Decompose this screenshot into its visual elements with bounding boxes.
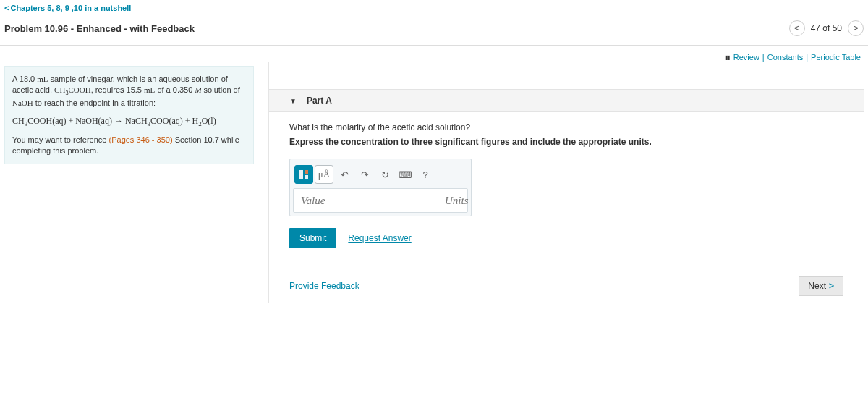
review-link[interactable]: Review (733, 53, 760, 62)
templates-button[interactable] (294, 165, 313, 184)
template-icon (298, 169, 310, 180)
keyboard-button[interactable]: ⌨ (396, 165, 414, 184)
prev-problem-button[interactable]: < (789, 20, 805, 36)
svg-rect-1 (305, 170, 308, 174)
flag-icon: ▮▮ (725, 54, 729, 61)
help-button[interactable]: ? (416, 165, 435, 184)
pager: < 47 of 50 > (789, 20, 864, 36)
svg-rect-0 (299, 170, 303, 179)
review-links: ▮▮ Review | Constants | Periodic Table (725, 53, 861, 62)
chemical-equation: CH3COOH(aq) + NaOH(aq) → NaCH3COO(aq) + … (12, 115, 246, 129)
caret-down-icon: ▼ (289, 97, 297, 105)
request-answer-link[interactable]: Request Answer (348, 233, 411, 243)
next-button[interactable]: Next > (799, 276, 843, 296)
units-input[interactable] (438, 189, 582, 212)
reference-pages-link[interactable]: (Pages 346 - 350) (109, 135, 173, 144)
constants-link[interactable]: Constants (767, 53, 804, 62)
special-chars-button[interactable]: μÅ (315, 165, 333, 184)
problem-title: Problem 10.96 - Enhanced - with Feedback (4, 23, 195, 34)
submit-button[interactable]: Submit (289, 228, 336, 248)
periodic-table-link[interactable]: Periodic Table (811, 53, 861, 62)
part-question: What is the molarity of the acetic acid … (289, 122, 843, 132)
part-label: Part A (307, 96, 332, 106)
chevron-right-icon: > (829, 281, 834, 291)
part-a-header[interactable]: ▼ Part A (269, 89, 864, 112)
svg-rect-2 (305, 175, 308, 179)
breadcrumb-label: Chapters 5, 8, 9 ,10 in a nutshell (10, 4, 131, 12)
pager-text: 47 of 50 (811, 23, 842, 33)
redo-button[interactable]: ↷ (355, 165, 374, 184)
value-input[interactable] (294, 189, 438, 212)
reset-button[interactable]: ↻ (375, 165, 394, 184)
provide-feedback-link[interactable]: Provide Feedback (289, 281, 359, 291)
breadcrumb-back[interactable]: < Chapters 5, 8, 9 ,10 in a nutshell (4, 4, 131, 12)
answer-input-area: μÅ ↶ ↷ ↻ ⌨ ? (289, 159, 472, 216)
part-instruction: Express the concentration to three signi… (289, 137, 843, 147)
question-context-box: A 18.0 mL sample of vinegar, which is an… (4, 66, 254, 164)
undo-button[interactable]: ↶ (335, 165, 354, 184)
chevron-left-icon: < (4, 4, 9, 12)
next-problem-button[interactable]: > (848, 20, 864, 36)
